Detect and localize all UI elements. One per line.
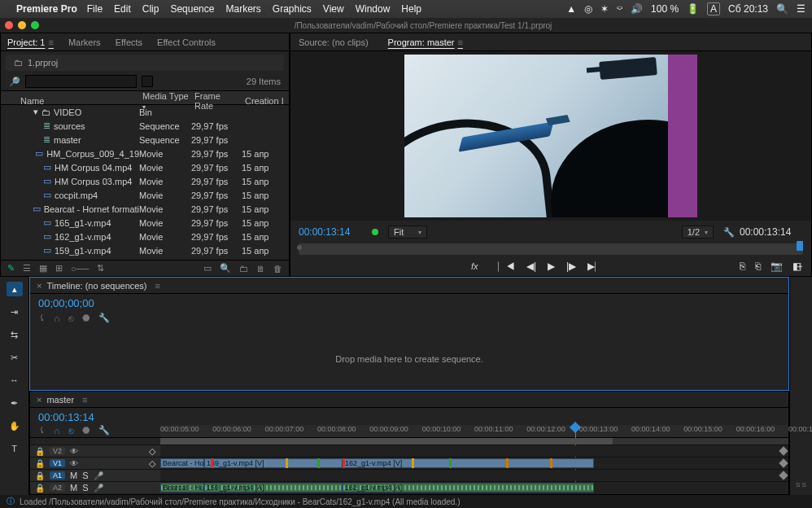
track-v2-lane[interactable]: [160, 445, 788, 457]
mute-button[interactable]: M: [70, 483, 77, 493]
timeline-drop-hint[interactable]: Drop media here to create sequence.: [30, 328, 788, 390]
timeline-empty-timecode[interactable]: 00;00;00;00: [30, 294, 788, 311]
new-item-icon[interactable]: 🗎: [256, 264, 265, 274]
project-row[interactable]: ▭cocpit.mp4Movie29,97 fps15 апр: [1, 188, 289, 202]
fit-select[interactable]: Fit: [388, 226, 427, 239]
audio-meters[interactable]: S S: [789, 277, 812, 495]
clip-a2-b[interactable]: 159_g1-v.mp4 [A]: [204, 483, 343, 493]
menu-sequence[interactable]: Sequence: [170, 3, 214, 15]
track-a2-lane[interactable]: Bearcat - Hornet 159_g1-v.mp4 [A] 162_g1…: [160, 482, 788, 493]
input-source[interactable]: A: [707, 2, 720, 15]
nest-icon[interactable]: ⤹: [38, 425, 46, 436]
timeline-master-menu-icon[interactable]: [79, 395, 87, 405]
delete-icon[interactable]: 🗑: [273, 264, 282, 274]
status-volume-icon[interactable]: 🔊: [631, 3, 643, 15]
timeline-settings-icon[interactable]: 🔧: [98, 313, 110, 323]
work-area-bar[interactable]: [160, 438, 788, 444]
fx-toggle-icon[interactable]: fx: [471, 261, 478, 271]
type-tool[interactable]: T: [7, 441, 23, 456]
lift-icon[interactable]: ⎘: [740, 261, 745, 272]
insert-mode-icon[interactable]: ⤹: [38, 313, 46, 323]
battery-icon[interactable]: 🔋: [687, 3, 699, 15]
pen-tool[interactable]: ✒: [7, 396, 23, 410]
app-name[interactable]: Premiere Pro: [16, 3, 77, 15]
menu-extras-icon[interactable]: ☰: [797, 3, 805, 15]
project-row[interactable]: ▭HM_Corpus_009_4_19Movie29,97 fps15 апр: [1, 147, 289, 160]
project-search-input[interactable]: [25, 75, 137, 88]
tab-project[interactable]: Project: 1: [7, 37, 54, 47]
timeline-tab-label[interactable]: Timeline: (no sequences): [46, 281, 146, 291]
window-maximize-button[interactable]: [31, 21, 39, 29]
tab-program[interactable]: Program: master: [388, 37, 463, 47]
status-fan-icon[interactable]: ✶: [600, 3, 609, 15]
linked-selection-icon[interactable]: ⎋: [68, 313, 74, 323]
menu-markers[interactable]: Markers: [225, 3, 260, 15]
out-marker[interactable]: [779, 458, 788, 467]
clip-v1-a[interactable]: Bearcat - Hornet: [160, 458, 204, 468]
snap-on-icon[interactable]: ∩: [54, 426, 60, 436]
track-a1-lane[interactable]: [160, 470, 788, 481]
voiceover-icon[interactable]: 🎤: [94, 484, 103, 493]
freeform-view-icon[interactable]: ⊞: [55, 263, 63, 274]
menu-edit[interactable]: Edit: [114, 3, 131, 15]
project-row[interactable]: ▭HM Corpus 03.mp4Movie29,97 fps15 апр: [1, 174, 289, 188]
project-rows[interactable]: ▾🗀VIDEOBin≣sourcesSequence29,97 fps≣mast…: [1, 105, 289, 260]
project-breadcrumb[interactable]: 🗀 1.prproj: [6, 55, 284, 71]
program-scrub-bar[interactable]: [299, 243, 803, 255]
clip-v1-c[interactable]: 162_g1-v.mp4 [V]: [343, 458, 594, 468]
menu-window[interactable]: Window: [356, 3, 391, 15]
project-row[interactable]: ≣sourcesSequence29,97 fps: [1, 119, 289, 133]
panel-menu-icon[interactable]: [45, 37, 53, 47]
toggle-output-icon[interactable]: 👁: [70, 459, 78, 468]
keyframe-toggle[interactable]: ◇: [149, 446, 155, 457]
lock-icon[interactable]: 🔒: [35, 484, 45, 493]
mark-in-icon[interactable]: ⎸◀: [498, 261, 515, 272]
clip-a2-a[interactable]: Bearcat - Hornet: [160, 483, 204, 493]
tab-effect-controls[interactable]: Effect Controls: [157, 37, 216, 47]
keyframe-toggle[interactable]: ◇: [149, 458, 155, 469]
lock-icon[interactable]: 🔒: [35, 471, 45, 480]
timeline-master-tab-label[interactable]: master: [46, 395, 74, 405]
search-filter-toggle[interactable]: [142, 76, 153, 87]
time-ruler[interactable]: 00:00:05:0000:00:06:0000:00:07:0000:00:0…: [160, 425, 788, 437]
track-v2-badge[interactable]: V2: [50, 447, 65, 455]
tab-effects[interactable]: Effects: [116, 37, 142, 47]
status-wifi-icon[interactable]: ⌔: [617, 3, 622, 15]
close-tab-icon[interactable]: ×: [37, 281, 41, 291]
tab-markers[interactable]: Markers: [68, 37, 101, 47]
slip-tool[interactable]: ↔: [7, 373, 23, 388]
write-enable-icon[interactable]: ✎: [7, 263, 15, 274]
resolution-select[interactable]: 1/2: [682, 226, 714, 239]
in-point-handle[interactable]: [297, 245, 302, 250]
settings-icon[interactable]: 🔧: [723, 227, 735, 238]
track-select-tool[interactable]: ⇥: [7, 304, 23, 319]
status-vlc-icon[interactable]: ▲: [566, 3, 576, 15]
sort-icon[interactable]: ⇅: [97, 263, 104, 274]
spotlight-icon[interactable]: 🔍: [776, 3, 788, 15]
project-row[interactable]: ▭HM Corpus 04.mp4Movie29,97 fps15 апр: [1, 160, 289, 174]
out-marker[interactable]: [779, 471, 788, 480]
step-fwd-icon[interactable]: |▶: [566, 261, 576, 272]
marker-icon[interactable]: ⬣: [82, 313, 90, 323]
window-minimize-button[interactable]: [18, 21, 26, 29]
hand-tool[interactable]: ✋: [7, 418, 23, 433]
clock[interactable]: Сб 20:13: [728, 3, 768, 15]
menu-graphics[interactable]: Graphics: [273, 3, 312, 15]
lock-icon[interactable]: 🔒: [35, 447, 45, 456]
razor-tool[interactable]: ✂: [7, 350, 23, 365]
project-row[interactable]: ≣masterSequence29,97 fps: [1, 133, 289, 147]
project-row[interactable]: ▾🗀VIDEOBin: [1, 105, 289, 119]
track-v1-lane[interactable]: Bearcat - Hornet 159_g1-v.mp4 [V] 162_g1…: [160, 458, 788, 469]
timeline-wrench-icon[interactable]: 🔧: [98, 425, 110, 436]
export-frame-icon[interactable]: 📷: [771, 261, 783, 272]
lock-icon[interactable]: 🔒: [35, 459, 45, 468]
track-a2-badge[interactable]: A2: [50, 484, 65, 492]
close-tab-icon[interactable]: ×: [37, 395, 41, 405]
snap-icon[interactable]: ∩: [54, 313, 60, 323]
out-marker[interactable]: [779, 446, 788, 455]
timeline-master-timecode[interactable]: 00:00:13:14: [30, 408, 788, 425]
play-icon[interactable]: ▶: [548, 261, 555, 272]
selection-tool[interactable]: ▴: [7, 282, 23, 296]
project-row[interactable]: ▭165_g1-v.mp4Movie29,97 fps15 апр: [1, 216, 289, 230]
icon-view-icon[interactable]: ▦: [39, 263, 47, 274]
